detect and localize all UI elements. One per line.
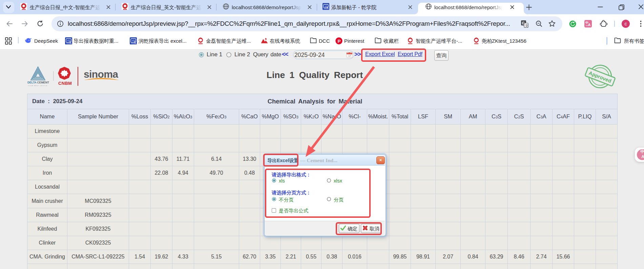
svg-text:CNBM: CNBM: [58, 81, 72, 86]
svg-text:YOUR BEST CHOICE: YOUR BEST CHOICE: [28, 85, 47, 87]
svg-text:文: 文: [525, 24, 528, 27]
svg-text:A: A: [588, 23, 591, 27]
svg-text:P: P: [337, 39, 340, 44]
svg-text:COLLEGE: COLLEGE: [66, 43, 72, 44]
svg-text:DELTA: DELTA: [27, 81, 37, 84]
svg-text:COLLEGE: COLLEGE: [131, 43, 137, 44]
svg-text:CEMENT: CEMENT: [37, 81, 49, 84]
svg-text:17: 17: [348, 55, 351, 57]
